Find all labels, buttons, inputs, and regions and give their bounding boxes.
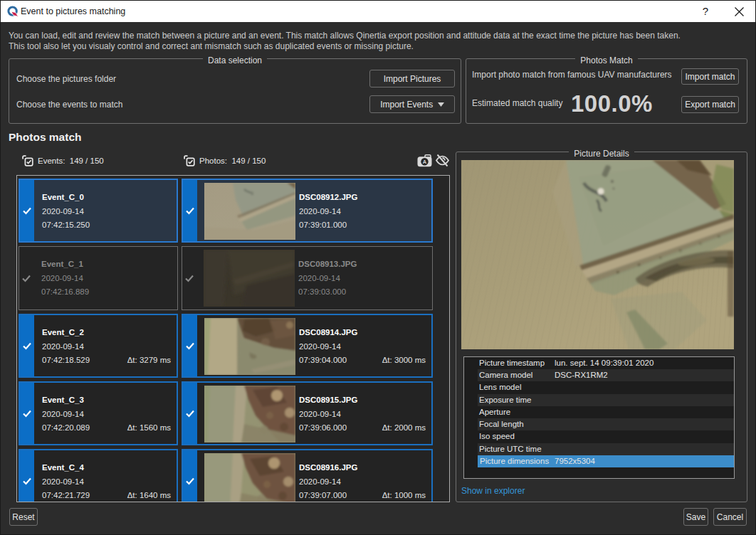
svg-text:A: A xyxy=(423,159,427,165)
